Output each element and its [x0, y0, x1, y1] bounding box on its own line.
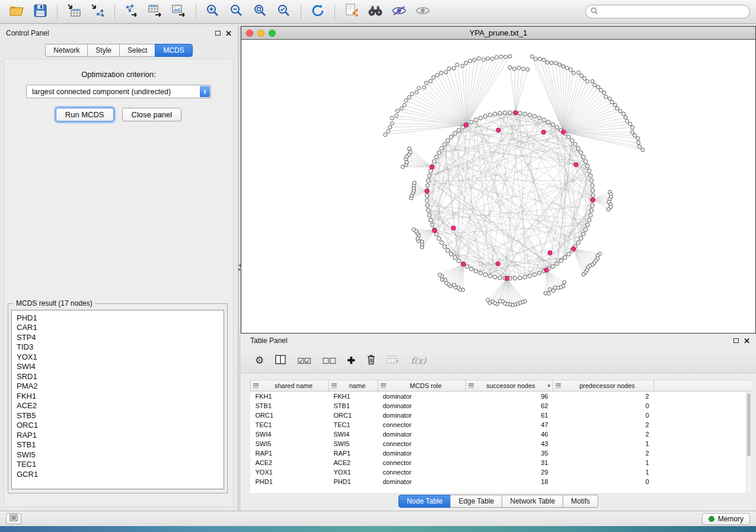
- mcds-result-item[interactable]: STB1: [12, 440, 224, 450]
- cell-successor-nodes[interactable]: 31: [466, 458, 553, 467]
- table-row[interactable]: YOX1YOX1connector291: [251, 467, 752, 477]
- mcds-result-list[interactable]: PHD1CAR1STP4TID3YOX1SWI4SRD1PMA2FKH1ACE2…: [11, 310, 224, 489]
- mcds-result-item[interactable]: ACE2: [12, 401, 224, 411]
- table-row[interactable]: PHD1PHD1dominator180: [251, 477, 752, 486]
- scrollbar-thumb[interactable]: [747, 393, 751, 456]
- cell-name[interactable]: PHD1: [329, 477, 378, 486]
- column-header-shared-name[interactable]: shared name: [251, 380, 329, 392]
- float-panel-icon[interactable]: [215, 31, 221, 36]
- export-image-button[interactable]: [168, 2, 190, 21]
- cell-name[interactable]: SWI4: [329, 430, 378, 439]
- cell-name[interactable]: ORC1: [329, 411, 378, 420]
- cell-successor-nodes[interactable]: 96: [466, 392, 553, 401]
- mcds-result-item[interactable]: STB5: [12, 411, 224, 421]
- table-row[interactable]: SWI4SWI4dominator462: [251, 430, 752, 439]
- mcds-result-item[interactable]: SRD1: [12, 371, 224, 382]
- table-row[interactable]: ACE2ACE2connector311: [251, 458, 752, 467]
- function-builder-button[interactable]: f(x): [411, 355, 426, 366]
- table-row[interactable]: STB1STB1dominator620: [251, 401, 752, 411]
- cell-shared-name[interactable]: TEC1: [251, 420, 329, 430]
- cell-shared-name[interactable]: SWI5: [251, 439, 329, 448]
- cell-predecessor-nodes[interactable]: 1: [553, 439, 654, 448]
- cell-shared-name[interactable]: FKH1: [251, 392, 329, 401]
- zoom-selected-button[interactable]: [273, 2, 295, 21]
- import-network-button[interactable]: [87, 2, 109, 21]
- table-row[interactable]: RAP1RAP1dominator352: [251, 448, 752, 458]
- column-header-name[interactable]: name: [329, 380, 378, 392]
- mcds-result-item[interactable]: RAP1: [12, 430, 224, 440]
- criterion-select[interactable]: largest connected component (undirected)…: [26, 85, 211, 98]
- cell-mcds-role[interactable]: connector: [378, 420, 466, 430]
- panel-chooser-button[interactable]: [6, 513, 21, 524]
- cell-shared-name[interactable]: ACE2: [251, 458, 329, 467]
- select-all-rows-button[interactable]: ☑☑: [297, 356, 311, 366]
- cell-successor-nodes[interactable]: 18: [466, 477, 553, 486]
- delete-column-button[interactable]: [366, 354, 376, 367]
- show-all-button[interactable]: [412, 2, 433, 21]
- network-graph[interactable]: [241, 40, 755, 333]
- mcds-result-item[interactable]: ORC1: [12, 421, 224, 431]
- export-network-button[interactable]: [121, 2, 142, 21]
- cell-name[interactable]: TEC1: [329, 420, 378, 430]
- mcds-result-item[interactable]: GCR1: [12, 469, 224, 479]
- table-row[interactable]: ORC1ORC1dominator610: [251, 411, 752, 420]
- cell-shared-name[interactable]: STB1: [251, 401, 329, 411]
- cell-name[interactable]: STB1: [329, 401, 378, 411]
- hide-selected-button[interactable]: [388, 2, 410, 21]
- window-minimize-button[interactable]: [257, 30, 264, 37]
- cell-shared-name[interactable]: SWI4: [251, 430, 329, 439]
- cell-successor-nodes[interactable]: 61: [466, 411, 553, 420]
- table-row[interactable]: TEC1TEC1connector472: [251, 420, 752, 430]
- cell-mcds-role[interactable]: dominator: [378, 448, 466, 458]
- mcds-result-item[interactable]: CAR1: [12, 323, 224, 333]
- cell-predecessor-nodes[interactable]: 2: [553, 420, 654, 430]
- tab-network[interactable]: Network: [45, 44, 88, 57]
- close-table-panel-icon[interactable]: ✕: [744, 337, 750, 345]
- tab-mcds[interactable]: MCDS: [155, 44, 192, 57]
- cell-predecessor-nodes[interactable]: 2: [553, 392, 654, 401]
- import-table-button[interactable]: [63, 2, 85, 21]
- cell-mcds-role[interactable]: connector: [378, 458, 466, 467]
- column-header-mcds-role[interactable]: MCDS role: [378, 380, 466, 392]
- close-panel-button[interactable]: Close panel: [122, 108, 182, 121]
- cell-predecessor-nodes[interactable]: 1: [553, 458, 654, 467]
- cell-successor-nodes[interactable]: 29: [466, 467, 553, 477]
- cell-name[interactable]: ACE2: [329, 458, 378, 467]
- close-control-panel-icon[interactable]: ✕: [225, 30, 232, 37]
- cell-predecessor-nodes[interactable]: 1: [553, 467, 654, 477]
- cell-name[interactable]: FKH1: [329, 392, 378, 401]
- run-mcds-button[interactable]: Run MCDS: [56, 108, 114, 121]
- table-settings-button[interactable]: ⚙: [255, 355, 264, 366]
- cell-shared-name[interactable]: RAP1: [251, 448, 329, 458]
- window-close-button[interactable]: [246, 30, 253, 37]
- search-network-button[interactable]: [365, 2, 386, 21]
- cell-predecessor-nodes[interactable]: 2: [553, 448, 654, 458]
- cell-mcds-role[interactable]: connector: [378, 467, 466, 477]
- cell-mcds-role[interactable]: dominator: [378, 401, 466, 411]
- create-column-button[interactable]: ✚: [347, 356, 355, 366]
- zoom-out-button[interactable]: [226, 2, 247, 21]
- toolbar-search-input[interactable]: [601, 8, 745, 16]
- mcds-result-item[interactable]: TEC1: [12, 460, 224, 470]
- table-tab-edge-table[interactable]: Edge Table: [450, 495, 502, 508]
- open-session-button[interactable]: [6, 2, 27, 21]
- cell-successor-nodes[interactable]: 35: [466, 448, 553, 458]
- table-tab-motifs[interactable]: Motifs: [563, 495, 598, 508]
- cell-mcds-role[interactable]: dominator: [378, 477, 466, 486]
- cell-mcds-role[interactable]: dominator: [378, 411, 466, 420]
- column-header-successor-nodes[interactable]: successor nodes▾: [466, 380, 553, 392]
- mcds-result-item[interactable]: FKH1: [12, 391, 224, 401]
- mcds-result-item[interactable]: PHD1: [12, 313, 224, 323]
- cell-name[interactable]: YOX1: [329, 467, 378, 477]
- mcds-result-item[interactable]: STP4: [12, 332, 224, 342]
- cell-predecessor-nodes[interactable]: 0: [553, 401, 654, 411]
- cell-name[interactable]: RAP1: [329, 448, 378, 458]
- cell-shared-name[interactable]: YOX1: [251, 467, 329, 477]
- table-tab-network-table[interactable]: Network Table: [502, 495, 563, 508]
- zoom-fit-button[interactable]: [250, 2, 271, 21]
- tab-select[interactable]: Select: [119, 44, 155, 57]
- cell-mcds-role[interactable]: connector: [378, 439, 466, 448]
- cell-mcds-role[interactable]: dominator: [378, 430, 466, 439]
- show-columns-button[interactable]: [275, 355, 286, 366]
- table-row[interactable]: SWI5SWI5connector431: [251, 439, 752, 448]
